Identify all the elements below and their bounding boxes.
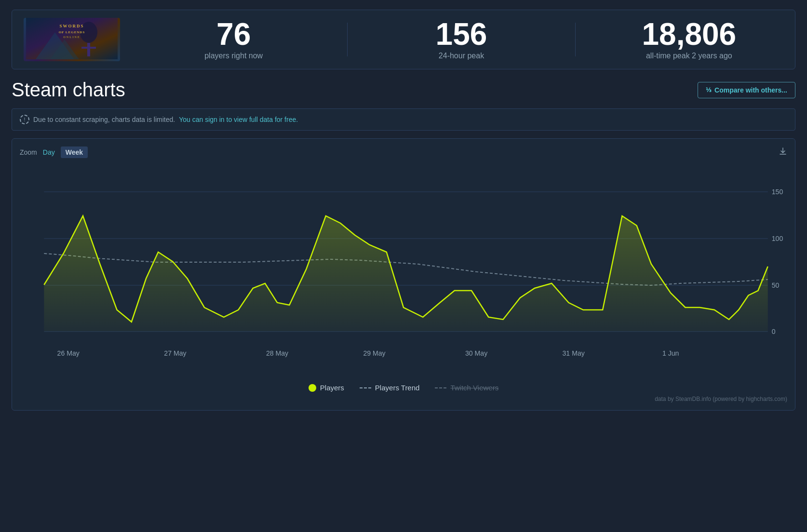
svg-text:31 May: 31 May [563,349,585,357]
svg-text:1 Jun: 1 Jun [662,349,679,357]
peak-24h-number: 156 [367,19,555,50]
chart-legend: Players Players Trend Twitch Viewers [20,378,787,392]
legend-players-label: Players [320,384,344,392]
current-players-block: 76 players right now [139,19,328,60]
current-players-number: 76 [139,19,328,50]
zoom-bar: Zoom Day Week [20,146,787,158]
legend-twitch-label: Twitch Viewers [450,384,498,392]
top-banner: SWORDS OF LEGENDS ONLINE 76 players righ… [12,10,795,69]
svg-marker-17 [44,216,767,332]
twitch-dash-icon [435,387,446,388]
svg-text:0: 0 [772,328,776,335]
svg-text:30 May: 30 May [465,349,487,357]
svg-text:150: 150 [772,188,783,196]
game-image: SWORDS OF LEGENDS ONLINE [24,18,120,61]
zoom-label: Zoom [20,148,37,156]
peak-24h-block: 156 24-hour peak [367,19,555,60]
all-time-peak-block: 18,806 all-time peak 2 years ago [595,19,783,60]
chart-svg: 150 100 50 0 26 May 27 May 28 May 29 May… [20,168,787,370]
compare-button-label: Compare with others... [714,86,787,94]
trend-dash-icon [360,387,371,388]
players-dot-icon [309,384,316,392]
sign-in-link[interactable]: You can sign in to view full data for fr… [179,116,298,123]
svg-text:ONLINE: ONLINE [63,36,81,39]
stat-divider-2 [575,23,576,56]
svg-text:OF LEGENDS: OF LEGENDS [59,30,85,34]
stat-divider-1 [347,23,348,56]
svg-text:100: 100 [772,235,783,242]
legend-trend-label: Players Trend [375,384,420,392]
peak-24h-label: 24-hour peak [367,52,555,60]
warning-icon: ! [20,115,29,124]
scraping-notice: ! Due to constant scraping, charts data … [12,108,795,131]
zoom-day-button[interactable]: Day [43,148,55,156]
svg-text:SWORDS: SWORDS [59,24,84,28]
svg-text:27 May: 27 May [164,349,186,357]
all-time-peak-label: all-time peak 2 years ago [595,52,783,60]
charts-header: Steam charts ⅓ Compare with others... [12,79,795,101]
legend-twitch: Twitch Viewers [435,384,498,392]
current-players-label: players right now [139,52,328,60]
chart-area: 150 100 50 0 26 May 27 May 28 May 29 May… [20,168,787,370]
data-credit: data by SteamDB.info (powered by highcha… [20,396,787,402]
svg-text:50: 50 [772,281,780,289]
legend-players: Players [309,384,344,392]
chart-container: Zoom Day Week [12,138,795,411]
scraping-notice-text: Due to constant scraping, charts data is… [33,116,175,123]
svg-text:28 May: 28 May [266,349,288,357]
main-content: Steam charts ⅓ Compare with others... ! … [0,79,807,411]
compare-button[interactable]: ⅓ Compare with others... [698,82,795,98]
svg-text:26 May: 26 May [57,349,80,357]
charts-title: Steam charts [12,79,125,101]
zoom-week-button[interactable]: Week [61,146,88,158]
compare-icon: ⅓ [706,87,712,93]
legend-trend: Players Trend [360,384,420,392]
download-button[interactable] [779,147,787,158]
svg-text:29 May: 29 May [363,349,385,357]
all-time-peak-number: 18,806 [595,19,783,50]
